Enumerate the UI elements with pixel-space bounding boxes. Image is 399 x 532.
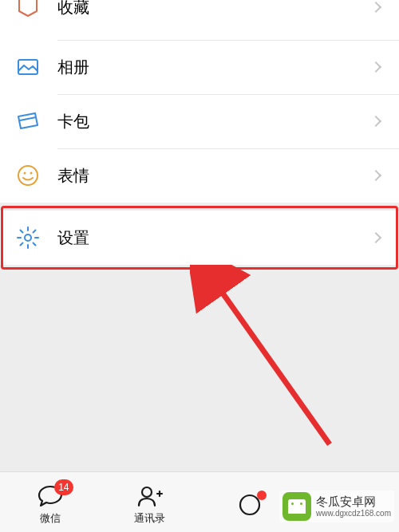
annotation-arrow (190, 265, 350, 456)
menu-item-favorite[interactable]: 收藏 (0, 0, 399, 40)
menu-label: 表情 (57, 165, 372, 187)
tab-label: 微信 (40, 511, 61, 526)
tab-contacts[interactable]: 通讯录 (100, 472, 200, 532)
svg-line-6 (214, 281, 330, 444)
menu-item-sticker[interactable]: 表情 (0, 148, 399, 203)
menu-label: 设置 (57, 227, 372, 249)
chevron-right-icon (370, 116, 381, 127)
notification-dot (257, 491, 267, 500)
badge-count: 14 (54, 479, 73, 495)
chevron-right-icon (370, 170, 381, 181)
svg-line-1 (20, 117, 36, 120)
settings-section: 设置 (0, 211, 399, 265)
watermark-logo (282, 492, 311, 521)
svg-point-2 (18, 166, 38, 185)
sticker-icon (16, 164, 40, 187)
menu-item-settings[interactable]: 设置 (0, 211, 399, 265)
watermark-url: www.dgxcdz168.com (316, 509, 391, 518)
menu-label: 相册 (57, 57, 372, 78)
svg-point-5 (25, 234, 31, 241)
svg-point-7 (142, 487, 152, 497)
favorite-icon (16, 0, 40, 19)
album-icon (16, 55, 40, 79)
watermark: 冬瓜安卓网 www.dgxcdz168.com (279, 491, 394, 522)
menu-group-main: 收藏 相册 卡包 表情 (0, 0, 399, 203)
gear-icon (16, 226, 40, 250)
svg-point-3 (24, 172, 26, 175)
chat-icon: 14 (37, 484, 64, 508)
menu-label: 收藏 (57, 0, 372, 18)
chevron-right-icon (370, 232, 381, 243)
menu-item-album[interactable]: 相册 (0, 40, 399, 94)
contacts-icon (136, 484, 164, 508)
discover-icon (236, 493, 263, 517)
svg-point-10 (240, 495, 259, 514)
chevron-right-icon (370, 61, 381, 73)
svg-point-4 (30, 172, 33, 175)
menu-item-cards[interactable]: 卡包 (0, 94, 399, 148)
watermark-title: 冬瓜安卓网 (316, 495, 391, 509)
tab-chat[interactable]: 14 微信 (0, 472, 100, 532)
cards-icon (16, 109, 40, 133)
chevron-right-icon (370, 2, 381, 13)
tab-label: 通讯录 (134, 511, 165, 526)
menu-label: 卡包 (57, 111, 372, 132)
